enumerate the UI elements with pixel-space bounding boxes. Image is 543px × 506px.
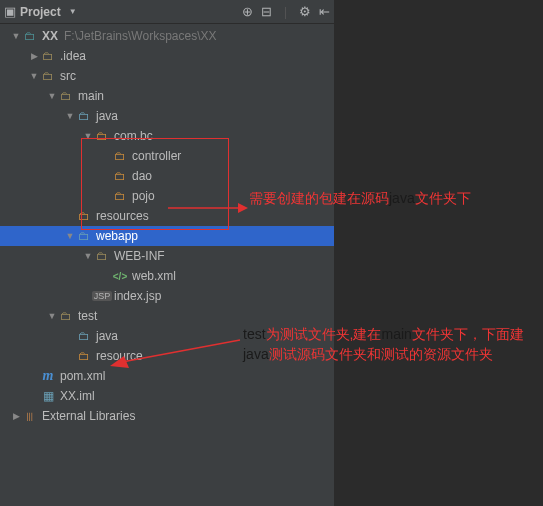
- tree-item-path: F:\JetBrains\Workspaces\XX: [64, 29, 217, 43]
- module-icon: 🗀: [22, 28, 38, 44]
- project-view-icon: ▣: [4, 4, 16, 19]
- chevron-right-icon[interactable]: ▶: [10, 411, 22, 421]
- tree-item-label: com.bc: [114, 129, 153, 143]
- tree-item[interactable]: ▶JSPindex.jsp: [0, 286, 334, 306]
- scroll-from-source-icon[interactable]: ⊕: [242, 4, 253, 19]
- tree-item-label: pom.xml: [60, 369, 105, 383]
- tree-item[interactable]: ▼🗀main: [0, 86, 334, 106]
- resources-folder-icon: 🗀: [76, 348, 92, 364]
- project-tree: ▼🗀XXF:\JetBrains\Workspaces\XX▶🗀.idea▼🗀s…: [0, 24, 334, 426]
- tree-item-label: resource: [96, 349, 143, 363]
- tree-item[interactable]: ▼🗀webapp: [0, 226, 334, 246]
- folder-icon: 🗀: [58, 88, 74, 104]
- tree-item-label: test: [78, 309, 97, 323]
- chevron-down-icon[interactable]: ▼: [82, 251, 94, 261]
- tree-item[interactable]: ▶mpom.xml: [0, 366, 334, 386]
- tree-item-label: index.jsp: [114, 289, 161, 303]
- project-title[interactable]: Project: [20, 5, 61, 19]
- folder-icon: 🗀: [94, 248, 110, 264]
- dropdown-icon[interactable]: ▼: [69, 7, 77, 16]
- tree-item[interactable]: ▶🗀java: [0, 326, 334, 346]
- tree-item-label: WEB-INF: [114, 249, 165, 263]
- tree-item-label: java: [96, 329, 118, 343]
- package-icon: 🗀: [112, 188, 128, 204]
- tree-item[interactable]: ▶🗀dao: [0, 166, 334, 186]
- tree-item-label: dao: [132, 169, 152, 183]
- package-icon: 🗀: [112, 148, 128, 164]
- tree-item-label: java: [96, 109, 118, 123]
- tree-item[interactable]: ▼🗀XXF:\JetBrains\Workspaces\XX: [0, 26, 334, 46]
- chevron-down-icon[interactable]: ▼: [46, 91, 58, 101]
- tree-item-label: XX.iml: [60, 389, 95, 403]
- chevron-down-icon[interactable]: ▼: [82, 131, 94, 141]
- collapse-all-icon[interactable]: ⊟: [261, 4, 272, 19]
- source-folder-icon: 🗀: [76, 108, 92, 124]
- resources-folder-icon: 🗀: [76, 208, 92, 224]
- folder-icon: 🗀: [40, 68, 56, 84]
- tree-item-label: webapp: [96, 229, 138, 243]
- chevron-right-icon[interactable]: ▶: [28, 51, 40, 61]
- package-icon: 🗀: [112, 168, 128, 184]
- tree-item[interactable]: ▶🗀.idea: [0, 46, 334, 66]
- tree-item[interactable]: ▶🗀resource: [0, 346, 334, 366]
- libraries-icon: ⫼: [22, 408, 38, 424]
- maven-icon: m: [40, 368, 56, 384]
- tree-item-label: pojo: [132, 189, 155, 203]
- chevron-down-icon[interactable]: ▼: [64, 111, 76, 121]
- tree-item-label: resources: [96, 209, 149, 223]
- source-folder-icon: 🗀: [76, 228, 92, 244]
- source-folder-icon: 🗀: [76, 328, 92, 344]
- hide-icon[interactable]: ⇤: [319, 4, 330, 19]
- tree-item[interactable]: ▶</>web.xml: [0, 266, 334, 286]
- folder-icon: 🗀: [40, 48, 56, 64]
- folder-icon: 🗀: [58, 308, 74, 324]
- tree-item-label: XX: [42, 29, 58, 43]
- tree-item[interactable]: ▶🗀controller: [0, 146, 334, 166]
- tree-item[interactable]: ▼🗀com.bc: [0, 126, 334, 146]
- chevron-down-icon[interactable]: ▼: [64, 231, 76, 241]
- tree-item[interactable]: ▼🗀WEB-INF: [0, 246, 334, 266]
- package-icon: 🗀: [94, 128, 110, 144]
- jsp-file-icon: JSP: [94, 288, 110, 304]
- tree-item[interactable]: ▶▦XX.iml: [0, 386, 334, 406]
- tree-item-label: External Libraries: [42, 409, 135, 423]
- project-toolbar: ▣ Project ▼ ⊕ ⊟ | ⚙ ⇤: [0, 0, 334, 24]
- chevron-down-icon[interactable]: ▼: [10, 31, 22, 41]
- iml-file-icon: ▦: [40, 388, 56, 404]
- gear-icon[interactable]: ⚙: [299, 4, 311, 19]
- tree-item[interactable]: ▼🗀test: [0, 306, 334, 326]
- tree-item-label: controller: [132, 149, 181, 163]
- tree-item[interactable]: ▶🗀pojo: [0, 186, 334, 206]
- tree-item-label: main: [78, 89, 104, 103]
- tree-item[interactable]: ▼🗀src: [0, 66, 334, 86]
- tree-item[interactable]: ▶🗀resources: [0, 206, 334, 226]
- xml-file-icon: </>: [112, 268, 128, 284]
- tree-item-label: web.xml: [132, 269, 176, 283]
- tree-item[interactable]: ▼🗀java: [0, 106, 334, 126]
- tree-item-label: .idea: [60, 49, 86, 63]
- chevron-down-icon[interactable]: ▼: [28, 71, 40, 81]
- tree-item-label: src: [60, 69, 76, 83]
- tree-item[interactable]: ▶⫼External Libraries: [0, 406, 334, 426]
- chevron-down-icon[interactable]: ▼: [46, 311, 58, 321]
